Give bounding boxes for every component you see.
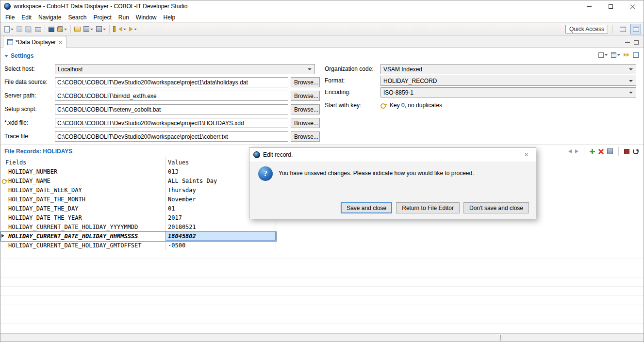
app-window: workspace - Cobol-IT Data Displayer - CO… bbox=[0, 0, 644, 342]
field-name-cell[interactable]: HOLIDAY_CURRENT_DATE_HOLIDAY_GMTOFFSET bbox=[0, 242, 165, 249]
new-folder-button[interactable] bbox=[73, 24, 82, 34]
save-record-button[interactable] bbox=[607, 148, 613, 154]
pin-editor-button[interactable] bbox=[112, 24, 117, 34]
next-record-icon bbox=[575, 149, 578, 153]
table-row-selected[interactable]: HOLIDAY_CURRENT_DATE_HOLIDAY_HHMMSSSS 18… bbox=[0, 231, 644, 241]
save-and-close-button[interactable]: Save and close bbox=[341, 202, 392, 213]
return-to-file-editor-button[interactable]: Return to File Editor bbox=[396, 202, 460, 213]
save-all-button[interactable] bbox=[24, 24, 33, 34]
quick-access-button[interactable]: Quick Access bbox=[565, 25, 608, 33]
table-row[interactable]: HOLIDAY_CURRENT_DATE_HOLIDAY_GMTOFFSET -… bbox=[0, 241, 644, 250]
statusbar-grip[interactable] bbox=[500, 335, 502, 341]
encoding-label: Encoding: bbox=[325, 89, 350, 96]
external-tools-button[interactable] bbox=[95, 24, 107, 34]
dialog-message: You have unsaved changes. Please indicat… bbox=[279, 170, 527, 177]
browse-trace-file-button[interactable]: Browse... bbox=[291, 131, 320, 142]
section-collapse-icon[interactable] bbox=[4, 55, 8, 57]
field-value-cell[interactable]: 20180521 bbox=[165, 222, 276, 231]
xdd-file-input[interactable] bbox=[55, 118, 288, 128]
browse-data-source-button[interactable]: Browse... bbox=[291, 77, 320, 87]
browse-setup-script-button[interactable]: Browse... bbox=[291, 104, 320, 114]
xdd-file-label: *.xdd file: bbox=[4, 119, 28, 126]
organization-code-label: Organization code: bbox=[325, 65, 374, 72]
close-button[interactable] bbox=[622, 0, 644, 12]
tab-close-icon[interactable] bbox=[58, 40, 62, 44]
start-with-key-label: Start with key: bbox=[325, 102, 361, 109]
table-row[interactable]: HOLIDAY_CURRENT_DATE_HOLIDAY_YYYYMMDD 20… bbox=[0, 222, 644, 231]
field-name-cell[interactable]: HOLIDAY_NAME bbox=[0, 178, 165, 184]
fields-column-header[interactable]: Fields bbox=[0, 159, 165, 166]
window-title: workspace - Cobol-IT Data Displayer - CO… bbox=[14, 3, 187, 10]
console-button[interactable] bbox=[47, 24, 56, 34]
browse-server-path-button[interactable]: Browse... bbox=[291, 91, 320, 101]
print-button[interactable] bbox=[33, 24, 43, 34]
console-icon bbox=[49, 27, 54, 32]
field-value-cell[interactable]: -0500 bbox=[165, 241, 276, 250]
setup-script-input[interactable] bbox=[55, 104, 288, 114]
menu-window[interactable]: Window bbox=[132, 13, 160, 22]
new-button[interactable] bbox=[3, 24, 15, 34]
menu-search[interactable]: Search bbox=[65, 13, 90, 22]
file-data-source-input[interactable] bbox=[55, 77, 288, 87]
key-navigation-button[interactable] bbox=[624, 53, 629, 57]
main-toolbar: Quick Access bbox=[0, 22, 644, 36]
refresh-icon bbox=[633, 148, 639, 154]
run-configurations-icon bbox=[57, 26, 63, 32]
back-button[interactable] bbox=[117, 24, 128, 34]
toolbar-separator bbox=[109, 25, 110, 33]
menu-project[interactable]: Project bbox=[90, 13, 115, 22]
delete-record-button[interactable] bbox=[598, 149, 604, 154]
minimize-button[interactable] bbox=[578, 0, 600, 12]
chevron-down-icon bbox=[308, 68, 312, 70]
dialog-close-button[interactable] bbox=[517, 148, 536, 162]
field-name-cell[interactable]: HOLIDAY_NUMBER bbox=[0, 168, 165, 175]
field-name-cell[interactable]: HOLIDAY_DATE_THE_YEAR bbox=[0, 214, 165, 221]
save-button[interactable] bbox=[15, 24, 24, 34]
view-menu-button[interactable] bbox=[598, 52, 608, 58]
organization-code-combo[interactable]: VSAM Indexed bbox=[380, 64, 636, 74]
external-tools-icon bbox=[96, 26, 102, 32]
field-name-cell[interactable]: HOLIDAY_DATE_THE_MONTH bbox=[0, 196, 165, 203]
menu-navigate[interactable]: Navigate bbox=[35, 13, 65, 22]
maximize-button[interactable] bbox=[600, 0, 622, 12]
settings-section-header[interactable]: Settings bbox=[0, 51, 644, 61]
format-value: HOLIDAY_RECORD bbox=[383, 78, 437, 84]
layout-button[interactable] bbox=[611, 52, 620, 58]
next-record-button[interactable] bbox=[575, 149, 578, 153]
maximize-view-icon[interactable] bbox=[634, 40, 639, 45]
server-path-input[interactable] bbox=[55, 91, 288, 101]
add-record-button[interactable] bbox=[590, 149, 595, 154]
forward-button[interactable] bbox=[128, 24, 138, 34]
field-name-cell[interactable]: HOLIDAY_DATE_WEEK_DAY bbox=[0, 187, 165, 194]
open-tool-button[interactable] bbox=[82, 24, 95, 34]
menu-run[interactable]: Run bbox=[115, 13, 132, 22]
format-combo[interactable]: HOLIDAY_RECORD bbox=[380, 76, 636, 86]
tab-data-displayer[interactable]: *Data Displayer bbox=[3, 36, 66, 48]
menu-file[interactable]: File bbox=[2, 13, 18, 22]
trace-file-input[interactable] bbox=[55, 131, 288, 142]
encoding-combo[interactable]: ISO-8859-1 bbox=[380, 87, 636, 98]
field-name-cell[interactable]: HOLIDAY_CURRENT_DATE_HOLIDAY_HHMMSSSS bbox=[0, 233, 165, 240]
previous-record-button[interactable] bbox=[568, 149, 572, 153]
open-perspective-button[interactable] bbox=[617, 24, 628, 34]
dialog-body: ? You have unsaved changes. Please indic… bbox=[249, 162, 536, 219]
stop-button[interactable] bbox=[624, 149, 629, 154]
key-icon bbox=[380, 103, 387, 107]
menubar: File Edit Navigate Search Project Run Wi… bbox=[0, 12, 644, 22]
menu-edit[interactable]: Edit bbox=[18, 13, 35, 22]
field-name-cell[interactable]: HOLIDAY_DATE_THE_DAY bbox=[0, 205, 165, 212]
start-with-key-value: Key 0, no duplicates bbox=[390, 102, 442, 109]
refresh-button[interactable] bbox=[633, 148, 639, 154]
field-name-cell[interactable]: HOLIDAY_CURRENT_DATE_HOLIDAY_YYYYMMDD bbox=[0, 224, 165, 230]
current-perspective-button[interactable] bbox=[630, 24, 641, 34]
new-icon bbox=[4, 26, 10, 33]
minimize-view-icon[interactable] bbox=[625, 42, 630, 43]
menu-help[interactable]: Help bbox=[160, 13, 179, 22]
browse-xdd-file-button[interactable]: Browse... bbox=[291, 118, 320, 128]
dont-save-and-close-button[interactable]: Don't save and close bbox=[463, 202, 529, 213]
select-host-combo[interactable]: Localhost bbox=[55, 64, 315, 74]
grid-view-button[interactable] bbox=[633, 52, 639, 58]
run-dropdown-icon bbox=[64, 29, 67, 30]
run-configurations-button[interactable] bbox=[56, 24, 68, 34]
field-value-cell[interactable]: 18045802 bbox=[165, 231, 276, 241]
